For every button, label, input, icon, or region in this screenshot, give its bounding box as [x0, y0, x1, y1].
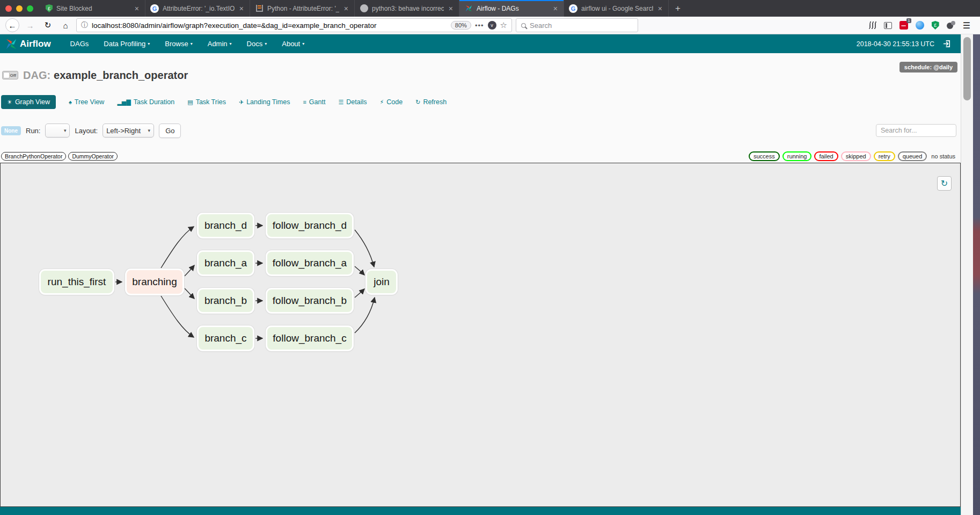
browser-tab-python-attributeerror[interactable]: Python - AttributeError: '_io.Tex ×: [250, 0, 355, 17]
menu-hamburger-icon[interactable]: ☰: [963, 20, 970, 31]
status-badge-success: success: [749, 151, 780, 161]
extension-badge: 1: [906, 18, 911, 23]
browser-tab-python3-behave[interactable]: python3: behave incorrectly mo ×: [355, 0, 459, 17]
run-label: Run:: [26, 127, 40, 135]
task-node-run-this-first[interactable]: run_this_first: [39, 269, 114, 295]
tab-code[interactable]: ⚡ Code: [380, 98, 403, 106]
browser-search-input[interactable]: [530, 21, 633, 30]
zoom-level-badge[interactable]: 80%: [451, 21, 471, 30]
dag-graph-canvas[interactable]: run_this_first branching branch_d follow…: [0, 163, 961, 507]
blue-extension-icon[interactable]: [916, 21, 924, 30]
dag-pause-toggle[interactable]: Off: [2, 71, 18, 79]
logout-icon[interactable]: [943, 40, 951, 48]
sidebar-icon[interactable]: [884, 22, 892, 29]
task-node-join[interactable]: join: [365, 269, 398, 295]
window-close-button[interactable]: [5, 5, 12, 12]
adblock-shield-icon[interactable]: £: [932, 21, 939, 30]
airflow-brand[interactable]: Airflow: [5, 38, 51, 50]
search-icon: [521, 23, 526, 28]
task-node-follow-branch-b[interactable]: follow_branch_b: [266, 288, 354, 314]
tab-tree-view[interactable]: ♠ Tree View: [69, 98, 104, 106]
bookmark-star-icon[interactable]: ☆: [500, 20, 507, 30]
browser-tab-site-blocked[interactable]: £ Site Blocked ×: [41, 0, 145, 17]
nav-item-about[interactable]: About▾: [274, 34, 312, 53]
go-button[interactable]: Go: [159, 124, 181, 138]
browser-tab-attributeerror[interactable]: G AttributeError: '_io.TextIOWrapp ×: [145, 0, 250, 17]
page-title: example_branch_operator: [54, 69, 188, 82]
task-node-branch-d[interactable]: branch_d: [197, 213, 254, 238]
tab-close-icon[interactable]: ×: [657, 5, 663, 12]
tab-close-icon[interactable]: ×: [238, 5, 245, 12]
page-actions-icon[interactable]: •••: [475, 21, 484, 30]
refresh-icon: ↻: [941, 178, 948, 188]
status-badge-no-status: no status: [931, 153, 955, 159]
nav-item-admin[interactable]: Admin▾: [200, 34, 239, 53]
schedule-badge: schedule: @daily: [899, 62, 957, 72]
controls-row: None Run: ▾ Layout: Left->Right ▾ Go: [1, 122, 961, 139]
run-select[interactable]: ▾: [45, 124, 70, 137]
chart-page-icon: ▤: [187, 99, 193, 106]
tab-refresh[interactable]: ↻ Refresh: [415, 98, 447, 106]
task-node-follow-branch-a[interactable]: follow_branch_a: [266, 250, 354, 276]
page-content: Off DAG: example_branch_operator schedul…: [0, 53, 961, 515]
nav-item-data-profiling[interactable]: Data Profiling▾: [96, 34, 157, 53]
url-bar[interactable]: ⓘ 80% ••• v ☆: [76, 18, 512, 32]
home-icon[interactable]: ⌂: [58, 18, 72, 32]
github-favicon-icon: [360, 4, 368, 13]
window-zoom-button[interactable]: [27, 5, 33, 12]
tab-close-icon[interactable]: ×: [343, 5, 349, 12]
scrollbar-thumb[interactable]: [963, 37, 971, 100]
tab-close-icon[interactable]: ×: [552, 5, 559, 12]
browser-tab-google-search[interactable]: G airflow ui - Google Search ×: [564, 0, 669, 17]
nav-item-docs[interactable]: Docs▾: [239, 34, 275, 53]
tab-close-icon[interactable]: ×: [134, 5, 140, 12]
operator-badge: DummyOperator: [68, 152, 118, 161]
tab-gantt[interactable]: ≡ Gantt: [303, 98, 325, 106]
airflow-navbar: Airflow DAGs Data Profiling▾ Browse▾ Adm…: [0, 34, 961, 53]
google-favicon-icon: G: [569, 4, 577, 13]
nav-item-dags[interactable]: DAGs: [63, 34, 97, 53]
nav-item-browse[interactable]: Browse▾: [157, 34, 200, 53]
tab-graph-view[interactable]: ☀ Graph View: [1, 95, 56, 109]
new-tab-button[interactable]: +: [669, 0, 687, 17]
task-node-branch-c[interactable]: branch_c: [197, 325, 254, 351]
status-badge-queued: queued: [898, 151, 927, 161]
tab-landing-times[interactable]: ✈ Landing Times: [239, 98, 290, 106]
url-input[interactable]: [92, 21, 447, 30]
task-search-input[interactable]: [876, 124, 956, 137]
task-node-branch-a[interactable]: branch_a: [197, 250, 254, 276]
tab-title: Site Blocked: [56, 5, 130, 12]
library-icon[interactable]: [869, 21, 876, 29]
status-legend: success running failed skipped retry que…: [749, 151, 955, 161]
task-node-follow-branch-c[interactable]: follow_branch_c: [266, 325, 354, 351]
site-info-icon[interactable]: ⓘ: [81, 20, 88, 30]
reload-icon[interactable]: ↻: [41, 18, 55, 32]
layout-select[interactable]: Left->Right ▾: [103, 124, 154, 137]
graph-refresh-button[interactable]: ↻: [937, 176, 952, 191]
toolbar-extensions: ••• 1 £ ☰: [869, 20, 975, 31]
browser-tab-airflow-dags[interactable]: Airflow - DAGs ×: [459, 0, 564, 17]
tab-title: Airflow - DAGs: [477, 5, 548, 12]
cookie-extension-icon[interactable]: [947, 21, 955, 30]
tab-task-duration[interactable]: ▂▅▇ Task Duration: [117, 98, 174, 106]
chevron-down-icon: ▾: [191, 41, 193, 46]
stackoverflow-favicon-icon: [255, 4, 264, 13]
back-icon[interactable]: ←: [5, 18, 19, 32]
task-node-follow-branch-d[interactable]: follow_branch_d: [266, 213, 354, 238]
legend-row: BranchPythonOperator DummyOperator succe…: [1, 151, 961, 161]
window-scrollbar[interactable]: [961, 34, 973, 515]
browser-search-bar[interactable]: [516, 18, 638, 32]
shield-favicon-icon: £: [46, 4, 53, 12]
task-node-branching[interactable]: branching: [125, 269, 184, 295]
tab-title: python3: behave incorrectly mo: [372, 5, 444, 12]
tab-close-icon[interactable]: ×: [448, 5, 454, 12]
window-minimize-button[interactable]: [16, 5, 23, 12]
tab-task-tries[interactable]: ▤ Task Tries: [187, 98, 226, 106]
task-node-branch-b[interactable]: branch_b: [197, 288, 254, 314]
tab-details[interactable]: ☰ Details: [338, 98, 367, 106]
forward-icon[interactable]: →: [23, 18, 37, 32]
plane-icon: ✈: [239, 99, 244, 106]
tab-title: airflow ui - Google Search: [581, 5, 653, 12]
pocket-icon[interactable]: v: [488, 21, 496, 30]
password-manager-extension-icon[interactable]: ••• 1: [899, 21, 908, 30]
